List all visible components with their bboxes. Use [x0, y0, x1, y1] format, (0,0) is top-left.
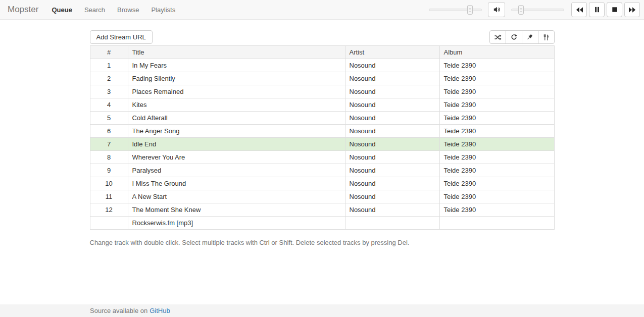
header-artist: Artist — [345, 46, 439, 59]
nav-item-playlists[interactable]: Playlists — [145, 6, 181, 14]
consume-button[interactable] — [538, 30, 555, 44]
track-number[interactable]: 4 — [90, 98, 128, 112]
track-title[interactable]: Rockserwis.fm [mp3] — [128, 217, 345, 230]
track-title[interactable]: Idle End — [128, 138, 345, 151]
track-artist[interactable]: Nosound — [345, 125, 439, 138]
track-number[interactable]: 5 — [90, 112, 128, 125]
repeat-button[interactable] — [506, 30, 522, 44]
track-artist[interactable]: Nosound — [345, 72, 439, 85]
table-row[interactable]: 3 Places Remained Nosound Teide 2390 — [90, 85, 554, 98]
track-album[interactable]: Teide 2390 — [439, 151, 554, 164]
track-album[interactable]: Teide 2390 — [439, 190, 554, 203]
track-title[interactable]: Places Remained — [128, 85, 345, 98]
pin-button[interactable] — [522, 30, 538, 44]
track-title[interactable]: A New Start — [128, 190, 345, 203]
track-artist[interactable]: Nosound — [345, 138, 439, 151]
track-title[interactable]: Fading Silently — [128, 72, 345, 85]
volume-slider[interactable] — [511, 9, 564, 11]
track-title[interactable]: The Moment She Knew — [128, 203, 345, 217]
track-album[interactable]: Teide 2390 — [439, 72, 554, 85]
track-number[interactable]: 11 — [90, 190, 128, 203]
track-artist[interactable]: Nosound — [345, 151, 439, 164]
track-number[interactable]: 2 — [90, 72, 128, 85]
forward-button[interactable] — [624, 2, 640, 17]
pause-button[interactable] — [589, 2, 605, 17]
shuffle-button[interactable] — [489, 30, 506, 44]
stop-icon — [612, 7, 618, 13]
track-artist[interactable]: Nosound — [345, 203, 439, 217]
table-row[interactable]: Rockserwis.fm [mp3] — [90, 217, 554, 230]
player-controls — [429, 2, 640, 17]
track-number[interactable]: 1 — [90, 59, 128, 72]
track-number[interactable]: 6 — [90, 125, 128, 138]
nav-item-queue[interactable]: Queue — [45, 6, 78, 14]
seek-slider[interactable] — [429, 9, 482, 11]
nav-item-browse[interactable]: Browse — [111, 6, 145, 14]
track-album[interactable]: Teide 2390 — [439, 125, 554, 138]
table-row[interactable]: 6 The Anger Song Nosound Teide 2390 — [90, 125, 554, 138]
table-row[interactable]: 4 Kites Nosound Teide 2390 — [90, 98, 554, 112]
queue-table-body: 1 In My Fears Nosound Teide 2390 2 Fadin… — [90, 59, 554, 230]
help-text: Change track with double click. Select m… — [90, 239, 555, 246]
track-title[interactable]: Wherever You Are — [128, 151, 345, 164]
track-artist[interactable] — [345, 217, 439, 230]
table-row[interactable]: 8 Wherever You Are Nosound Teide 2390 — [90, 151, 554, 164]
table-header-row: # Title Artist Album — [90, 46, 554, 59]
track-artist[interactable]: Nosound — [345, 85, 439, 98]
table-row[interactable]: 2 Fading Silently Nosound Teide 2390 — [90, 72, 554, 85]
track-album[interactable]: Teide 2390 — [439, 164, 554, 177]
track-title[interactable]: Paralysed — [128, 164, 345, 177]
brand[interactable]: Mopster — [8, 5, 38, 15]
track-number[interactable]: 8 — [90, 151, 128, 164]
track-number[interactable]: 9 — [90, 164, 128, 177]
seek-slider-handle[interactable] — [467, 5, 473, 15]
track-title[interactable]: I Miss The Ground — [128, 177, 345, 190]
track-title[interactable]: Cold Afterall — [128, 112, 345, 125]
track-album[interactable]: Teide 2390 — [439, 85, 554, 98]
track-artist[interactable]: Nosound — [345, 164, 439, 177]
table-row[interactable]: 11 A New Start Nosound Teide 2390 — [90, 190, 554, 203]
volume-button[interactable] — [488, 2, 505, 17]
table-row[interactable]: 1 In My Fears Nosound Teide 2390 — [90, 59, 554, 72]
shuffle-icon — [494, 34, 502, 41]
track-album[interactable]: Teide 2390 — [439, 138, 554, 151]
backward-icon — [576, 7, 583, 13]
navbar: Mopster QueueSearchBrowsePlaylists — [0, 0, 644, 20]
table-row[interactable]: 12 The Moment She Knew Nosound Teide 239… — [90, 203, 554, 217]
track-title[interactable]: In My Fears — [128, 59, 345, 72]
playback-buttons — [571, 2, 640, 17]
queue-toolbar: Add Stream URL — [90, 30, 555, 44]
table-row[interactable]: 9 Paralysed Nosound Teide 2390 — [90, 164, 554, 177]
track-number[interactable] — [90, 217, 128, 230]
nav-item-search[interactable]: Search — [78, 6, 111, 14]
track-album[interactable] — [439, 217, 554, 230]
track-artist[interactable]: Nosound — [345, 190, 439, 203]
stop-button[interactable] — [607, 2, 622, 17]
backward-button[interactable] — [571, 2, 587, 17]
track-album[interactable]: Teide 2390 — [439, 177, 554, 190]
track-title[interactable]: Kites — [128, 98, 345, 112]
track-title[interactable]: The Anger Song — [128, 125, 345, 138]
track-number[interactable]: 7 — [90, 138, 128, 151]
track-artist[interactable]: Nosound — [345, 98, 439, 112]
track-artist[interactable]: Nosound — [345, 59, 439, 72]
track-album[interactable]: Teide 2390 — [439, 112, 554, 125]
cutlery-icon — [543, 34, 550, 41]
volume-slider-handle[interactable] — [518, 5, 524, 15]
queue-table: # Title Artist Album 1 In My Fears Nosou… — [90, 45, 555, 230]
github-link[interactable]: GitHub — [150, 307, 170, 314]
table-row[interactable]: 5 Cold Afterall Nosound Teide 2390 — [90, 112, 554, 125]
add-stream-url-button[interactable]: Add Stream URL — [90, 30, 153, 44]
track-artist[interactable]: Nosound — [345, 177, 439, 190]
track-album[interactable]: Teide 2390 — [439, 98, 554, 112]
table-row[interactable]: 10 I Miss The Ground Nosound Teide 2390 — [90, 177, 554, 190]
table-row[interactable]: 7 Idle End Nosound Teide 2390 — [90, 138, 554, 151]
track-number[interactable]: 12 — [90, 203, 128, 217]
track-album[interactable]: Teide 2390 — [439, 203, 554, 217]
track-album[interactable]: Teide 2390 — [439, 59, 554, 72]
pause-icon — [594, 7, 600, 13]
track-number[interactable]: 3 — [90, 85, 128, 98]
footer: Source available on GitHub — [0, 304, 644, 317]
track-artist[interactable]: Nosound — [345, 112, 439, 125]
track-number[interactable]: 10 — [90, 177, 128, 190]
